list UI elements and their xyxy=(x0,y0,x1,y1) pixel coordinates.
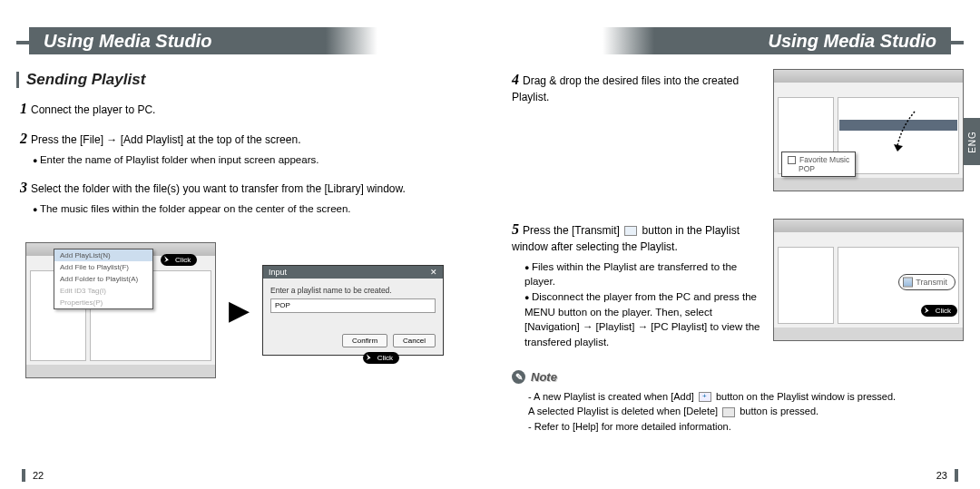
note-2a: A selected Playlist is deleted when [Del… xyxy=(528,406,718,416)
section-title: Sending Playlist xyxy=(26,71,145,89)
step-3-sub1: The music files within the folder appear… xyxy=(33,201,468,217)
language-label: ENG xyxy=(967,131,977,153)
popover-favorite-music: Favorite Music xyxy=(799,155,849,164)
transmit-button[interactable]: Transmit xyxy=(898,274,956,290)
language-tab: ENG xyxy=(964,118,980,165)
step-2-text: Press the [File] → [Add Playlist] at the… xyxy=(31,133,300,146)
step-2: 2Press the [File] → [Add Playlist] at th… xyxy=(20,128,468,168)
popover-pop: POP xyxy=(788,164,849,173)
cancel-button[interactable]: Cancel xyxy=(393,334,436,347)
dialog-label: Enter a playlist name to be created. xyxy=(270,286,436,295)
delete-inline-icon xyxy=(722,407,735,417)
page-number-left: 22 xyxy=(33,470,44,481)
page-number-right: 23 xyxy=(936,470,947,481)
speaker-icon xyxy=(788,156,796,164)
step-1-text: Connect the player to PC. xyxy=(31,103,155,116)
header-title-right: Using Media Studio xyxy=(768,31,936,52)
transmit-inline-icon xyxy=(624,226,637,236)
note-list: - A new Playlist is created when [Add] b… xyxy=(528,389,964,435)
menu-item-add-playlist[interactable]: Add PlayList(N) xyxy=(54,249,152,261)
step-1: 1Connect the player to PC. xyxy=(20,98,468,119)
footer-right: 23 xyxy=(936,469,958,482)
figure-drag-drop: Favorite Music POP xyxy=(773,69,964,191)
menu-item-add-file[interactable]: Add File to Playlist(F) xyxy=(54,261,152,273)
note-1: - A new Playlist is created when [Add] b… xyxy=(528,389,964,405)
step-4-text: Drag & drop the desired files into the c… xyxy=(512,74,739,103)
note-3: - Refer to [Help] for more detailed info… xyxy=(528,419,964,435)
header-right: Using Media Studio xyxy=(512,27,964,54)
note-icon: ✎ xyxy=(512,370,525,384)
step-3-text: Select the folder with the file(s) you w… xyxy=(31,182,406,195)
step-5-sub2: Disconnect the player from the PC and pr… xyxy=(524,289,762,350)
note-heading: ✎ Note xyxy=(512,370,964,384)
step-4: 4Drag & drop the desired files into the … xyxy=(512,69,762,106)
footer-left: 22 xyxy=(22,469,44,482)
arrow-icon: ▶ xyxy=(229,294,250,326)
click-badge-1: Click xyxy=(161,254,197,266)
page-22: Using Media Studio Sending Playlist 1Con… xyxy=(0,0,490,489)
playlist-popover: Favorite Music POP xyxy=(781,152,856,177)
dialog-close-icon[interactable]: ✕ xyxy=(430,268,437,277)
confirm-button[interactable]: Confirm xyxy=(342,334,387,347)
figure-transmit: Transmit Click xyxy=(773,219,964,341)
note-title: Note xyxy=(531,370,557,384)
note-2: A selected Playlist is deleted when [Del… xyxy=(528,404,964,419)
playlist-name-input[interactable]: POP xyxy=(270,298,436,313)
add-inline-icon xyxy=(699,392,711,402)
note-2b: button is pressed. xyxy=(740,406,818,416)
figure-input-dialog: Input✕ Enter a playlist name to be creat… xyxy=(262,265,444,356)
note-1a: - A new Playlist is created when [Add] xyxy=(528,391,694,402)
figure-app-main: Add PlayList(N) Add File to Playlist(F) … xyxy=(25,242,216,378)
step-2-sub1: Enter the name of Playlist folder when i… xyxy=(33,152,468,168)
menu-item-properties: Properties(P) xyxy=(54,297,152,308)
menu-item-add-folder[interactable]: Add Folder to Playlist(A) xyxy=(54,273,152,285)
figure-row-left: Add PlayList(N) Add File to Playlist(F) … xyxy=(25,242,468,378)
click-badge-2: Click xyxy=(363,352,399,364)
step-5-text-a: Press the [Transmit] xyxy=(523,224,620,237)
section-marker xyxy=(16,72,19,88)
figure-context-menu: Add PlayList(N) Add File to Playlist(F) … xyxy=(54,249,153,309)
step-5: 5Press the [Transmit] button in the Play… xyxy=(512,219,762,256)
drag-arrow-icon xyxy=(892,110,919,155)
step-5-sub1: Files within the Playlist are transferre… xyxy=(524,259,762,289)
dialog-title: Input xyxy=(269,268,287,277)
click-badge-3: Click xyxy=(921,305,957,317)
header-title-left: Using Media Studio xyxy=(44,31,212,52)
header-left: Using Media Studio xyxy=(16,27,468,54)
note-1b: button on the Playlist window is pressed… xyxy=(716,391,896,402)
step-3: 3Select the folder with the file(s) you … xyxy=(20,177,468,217)
page-23: Using Media Studio ENG 4Drag & drop the … xyxy=(490,0,980,489)
menu-item-edit-id3: Edit ID3 Tag(I) xyxy=(54,285,152,297)
